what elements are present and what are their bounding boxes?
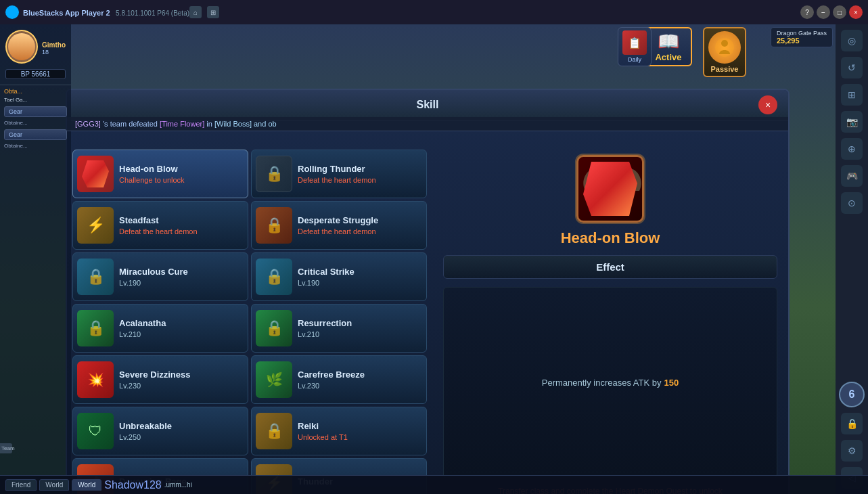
active-label: Active (652, 52, 685, 62)
multi-icon[interactable]: ⊞ (207, 6, 219, 18)
skill-unlock-steadfast: Defeat the heart demon (119, 227, 244, 235)
rs-icon-1[interactable]: ◎ (841, 30, 863, 51)
chat-tab-friend[interactable]: Friend (5, 479, 37, 491)
daily-panel: 📋 Daily (618, 27, 652, 66)
rs-settings-icon[interactable]: ⚙ (841, 440, 863, 462)
skill-info-rolling-thunder: Rolling Thunder Defeat the heart demon (298, 164, 422, 184)
rs-icon-3[interactable]: ⊞ (841, 84, 863, 106)
rs-lock-icon[interactable]: 🔒 (841, 413, 863, 434)
app-title: BlueStacks App Player 2 (23, 9, 110, 17)
active-button[interactable]: 📖 Active (645, 27, 692, 66)
daily-button[interactable]: 📋 Daily (618, 27, 652, 66)
passive-button[interactable]: Passive (703, 27, 746, 77)
skill-effect-box: Effect (443, 255, 777, 279)
quest-title: Obta... (4, 88, 67, 95)
skill-info-resurrection: Resurrection Lv.210 (298, 318, 422, 338)
skill-detail-icon-inner (583, 162, 637, 216)
chat-message-text: .umm...hi (164, 481, 863, 489)
left-sidebar: Gimtho 18 BP 56661 Obta... Tael Ga... Ge… (0, 24, 71, 494)
team-tab[interactable]: Team (0, 443, 12, 453)
rs-number-badge: 6 (839, 382, 865, 407)
bs-nav-icons: ⌂ ⊞ (189, 6, 219, 18)
rs-icon-6[interactable]: 🎮 (841, 165, 863, 187)
skill-item-critical-strike[interactable]: 🔒 Critical Strike Lv.190 (251, 252, 427, 301)
rs-icon-5[interactable]: ⊕ (841, 138, 863, 160)
skill-item-head-on-blow[interactable]: Head-on Blow Challenge to unlock (72, 150, 248, 198)
obtain-text-1: Obtaine... (4, 120, 67, 126)
lock-icon: 🔒 (265, 165, 283, 183)
chat-boss: [Wild Boss] and ob (214, 120, 277, 128)
skill-list-panel[interactable]: Head-on Blow Challenge to unlock 🔒 Rolli… (67, 144, 432, 494)
skill-name-rolling-thunder: Rolling Thunder (298, 164, 422, 174)
skill-name-severe-dizziness: Severe Dizziness (119, 369, 244, 380)
skill-modal-close-button[interactable]: × (758, 95, 777, 114)
skill-name-head-on-blow: Head-on Blow (119, 164, 244, 174)
chat-tab-world[interactable]: World (39, 479, 69, 491)
skill-name-critical-strike: Critical Strike (298, 267, 422, 277)
window-controls: ? − □ × (800, 5, 863, 19)
rs-icon-4[interactable]: 📷 (841, 111, 863, 133)
passive-icon (708, 31, 741, 64)
skill-item-rolling-thunder[interactable]: 🔒 Rolling Thunder Defeat the heart demon (251, 150, 427, 198)
daily-label: Daily (622, 56, 647, 63)
rs-icon-7[interactable]: ⊙ (841, 192, 863, 214)
skill-icon-unbreakable: 🛡 (77, 413, 114, 449)
skill-name-carefree-breeze: Carefree Breeze (298, 369, 422, 380)
chat-item: [Time Flower] (160, 120, 204, 128)
bluestacks-bar: BlueStacks App Player 2 5.8.101.1001 P64… (0, 0, 868, 24)
home-icon[interactable]: ⌂ (189, 6, 202, 18)
skill-name-acalanatha: Acalanatha (119, 318, 244, 328)
skill-info-acalanatha: Acalanatha Lv.210 (119, 318, 244, 338)
lock-icon-5: 🔒 (87, 319, 105, 337)
skill-item-unbreakable[interactable]: 🛡 Unbreakable Lv.250 (72, 407, 248, 455)
skill-name-miraculous-cure: Miraculous Cure (119, 267, 244, 277)
skill-unlock-rolling-thunder: Defeat the heart demon (298, 176, 422, 184)
rs-icon-2[interactable]: ↺ (841, 57, 863, 78)
skill-item-severe-dizziness[interactable]: 💥 Severe Dizziness Lv.230 (72, 355, 248, 404)
close-button[interactable]: × (849, 5, 863, 19)
player-level: 18 (42, 49, 66, 55)
chat-tab-world-active[interactable]: World (72, 479, 101, 491)
skill-level-unbreakable: Lv.250 (119, 433, 244, 441)
gear-button-2[interactable]: Gear (4, 129, 67, 140)
skill-item-miraculous-cure[interactable]: 🔒 Miraculous Cure Lv.190 (72, 252, 248, 301)
skill-info-reiki: Reiki Unlocked at T1 (298, 421, 422, 441)
player-avatar (5, 30, 38, 64)
effect-desc-text: Permanently increases ATK by (542, 378, 662, 388)
skill-icon-rolling-thunder: 🔒 (256, 156, 292, 192)
skill-level-resurrection: Lv.210 (298, 330, 422, 338)
skill-icon-severe-dizziness: 💥 (77, 361, 114, 398)
skill-icon-resurrection: 🔒 (256, 310, 292, 346)
skill-unlock-reiki: Unlocked at T1 (298, 433, 422, 441)
quest-item-1: Tael Ga... (4, 97, 67, 103)
bottom-bar: Friend World World Shadow128 .umm...hi (0, 475, 868, 494)
maximize-button[interactable]: □ (833, 5, 846, 19)
skill-level-acalanatha: Lv.210 (119, 330, 244, 338)
skill-detail-icon (576, 155, 644, 223)
skill-modal-title: Skill (97, 99, 758, 111)
help-button[interactable]: ? (800, 5, 814, 19)
skill-item-resurrection[interactable]: 🔒 Resurrection Lv.210 (251, 304, 427, 353)
skill-item-carefree-breeze[interactable]: 🌿 Carefree Breeze Lv.230 (251, 355, 427, 404)
right-sidebar: ◎ ↺ ⊞ 📷 ⊕ 🎮 ⊙ 6 🔒 ⚙ ◁ (836, 24, 868, 494)
skill-item-steadfast[interactable]: ⚡ Steadfast Defeat the heart demon (72, 201, 248, 250)
bp-display: BP 56661 (5, 69, 66, 79)
skill-item-acalanatha[interactable]: 🔒 Acalanatha Lv.210 (72, 304, 248, 353)
skill-name-steadfast: Steadfast (119, 215, 244, 225)
skill-name-resurrection: Resurrection (298, 318, 422, 328)
lock-icon-7: 🔒 (265, 422, 283, 440)
effect-value: 150 (664, 378, 679, 388)
dragon-gate-title: Dragon Gate Pass (777, 30, 827, 37)
skill-info-unbreakable: Unbreakable Lv.250 (119, 421, 244, 441)
minimize-button[interactable]: − (817, 5, 830, 19)
skill-info-severe-dizziness: Severe Dizziness Lv.230 (119, 369, 244, 390)
skill-effect-label: Effect (460, 261, 760, 273)
skill-item-reiki[interactable]: 🔒 Reiki Unlocked at T1 (251, 407, 427, 455)
skill-info-miraculous-cure: Miraculous Cure Lv.190 (119, 267, 244, 287)
skill-modal: Skill × [GGG3] 's team defeated [Time Fl… (66, 89, 790, 494)
skill-icon-critical-strike: 🔒 (256, 259, 292, 295)
skill-icon-acalanatha: 🔒 (77, 310, 114, 346)
gear-button-1[interactable]: Gear (4, 106, 67, 117)
game-area: Gimtho 18 BP 56661 Obta... Tael Ga... Ge… (0, 24, 868, 494)
skill-item-desperate-struggle[interactable]: 🔒 Desperate Struggle Defeat the heart de… (251, 201, 427, 250)
